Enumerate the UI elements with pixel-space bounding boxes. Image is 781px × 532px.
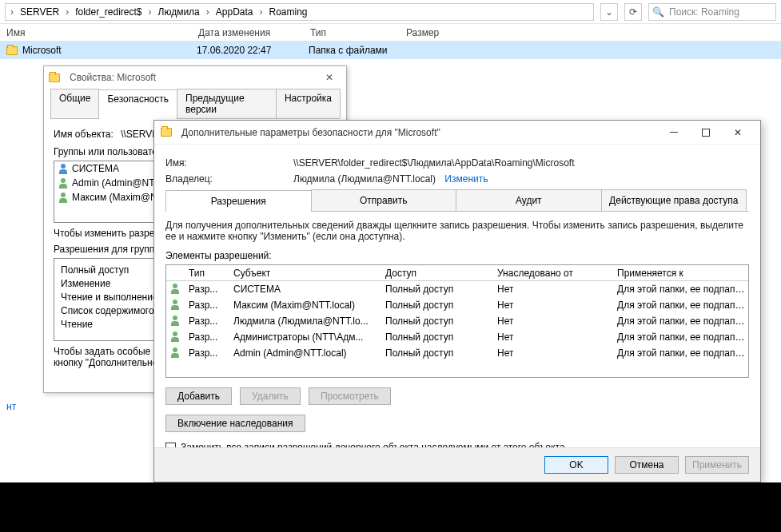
change-owner-link[interactable]: Изменить bbox=[444, 173, 488, 185]
footer-link[interactable]: нт bbox=[6, 401, 16, 412]
cell-subject: Admin (Admin@NTT.local) bbox=[233, 347, 385, 359]
user-icon bbox=[58, 192, 69, 203]
permissions-table[interactable]: Тип Субъект Доступ Унаследовано от Приме… bbox=[165, 264, 749, 378]
search-placeholder: Поиск: Roaming bbox=[669, 6, 739, 18]
item-name: Microsoft bbox=[22, 45, 197, 56]
table-row[interactable]: Разр...Людмила (Людмила@NTT.lo...Полный … bbox=[166, 313, 748, 329]
column-headers[interactable]: Имя Дата изменения Тип Размер bbox=[0, 24, 781, 42]
folder-icon bbox=[6, 46, 18, 55]
cell-access: Полный доступ bbox=[385, 316, 497, 327]
titlebar[interactable]: Дополнительные параметры безопасности дл… bbox=[154, 121, 760, 145]
tab-general[interactable]: Общие bbox=[50, 89, 99, 118]
titlebar[interactable]: Свойства: Microsoft ✕ bbox=[44, 66, 346, 89]
cell-subject: Людмила (Людмила@NTT.lo... bbox=[233, 316, 385, 327]
apply-button[interactable]: Применить bbox=[685, 456, 749, 474]
user-icon bbox=[169, 299, 181, 310]
window-title: Свойства: Microsoft bbox=[70, 72, 317, 83]
search-input[interactable]: 🔍 Поиск: Roaming bbox=[648, 3, 776, 21]
crumb-server[interactable]: SERVER bbox=[17, 6, 62, 18]
tab-share[interactable]: Отправить bbox=[311, 189, 457, 211]
address-bar: › SERVER › folder_redirect$ › Людмила › … bbox=[0, 0, 781, 24]
table-header[interactable]: Тип Субъект Доступ Унаследовано от Приме… bbox=[166, 265, 748, 281]
close-button[interactable]: ✕ bbox=[722, 123, 754, 142]
close-button[interactable]: ✕ bbox=[317, 72, 341, 83]
folder-icon bbox=[161, 128, 172, 137]
chevron-right-icon: › bbox=[205, 6, 211, 18]
button-bar: OK Отмена Применить bbox=[154, 447, 760, 482]
cell-access: Полный доступ bbox=[385, 300, 497, 311]
col-inherited[interactable]: Унаследовано от bbox=[497, 268, 617, 279]
tab-customize[interactable]: Настройка bbox=[276, 89, 341, 118]
ok-button[interactable]: OK bbox=[544, 456, 608, 474]
tab-effective-access[interactable]: Действующие права доступа bbox=[601, 189, 747, 211]
minimize-button[interactable] bbox=[658, 123, 690, 142]
table-row[interactable]: Разр...СИСТЕМАПолный доступНетДля этой п… bbox=[166, 281, 748, 297]
table-row[interactable]: Разр...Максим (Maxim@NTT.local)Полный до… bbox=[166, 297, 748, 313]
col-applies[interactable]: Применяется к bbox=[617, 268, 745, 279]
col-name[interactable]: Имя bbox=[6, 27, 198, 38]
cancel-button[interactable]: Отмена bbox=[615, 456, 679, 474]
search-icon: 🔍 bbox=[652, 6, 664, 18]
window-title: Дополнительные параметры безопасности дл… bbox=[181, 127, 658, 138]
table-row[interactable]: Разр...Администраторы (NTT\Адм...Полный … bbox=[166, 329, 748, 345]
tab-audit[interactable]: Аудит bbox=[456, 189, 602, 211]
cell-inherited: Нет bbox=[497, 316, 617, 327]
tab-security[interactable]: Безопасность bbox=[98, 89, 177, 119]
item-type: Папка с файлами bbox=[309, 45, 404, 56]
chevron-right-icon: › bbox=[64, 6, 70, 18]
cell-applies: Для этой папки, ее подпапок ... bbox=[617, 347, 745, 359]
file-list[interactable]: Microsoft 17.06.2020 22:47 Папка с файла… bbox=[0, 42, 781, 59]
cell-type: Разр... bbox=[189, 300, 233, 311]
view-button[interactable]: Просмотреть bbox=[309, 387, 391, 405]
user-icon bbox=[169, 315, 181, 326]
cell-type: Разр... bbox=[189, 347, 233, 359]
col-subject[interactable]: Субъект bbox=[233, 268, 385, 279]
minimize-icon bbox=[670, 132, 678, 133]
crumb-user[interactable]: Людмила bbox=[155, 6, 203, 18]
col-size[interactable]: Размер bbox=[406, 27, 470, 38]
cell-subject: Администраторы (NTT\Адм... bbox=[233, 332, 385, 343]
breadcrumb[interactable]: › SERVER › folder_redirect$ › Людмила › … bbox=[5, 3, 594, 21]
table-row[interactable]: Разр...Admin (Admin@NTT.local)Полный дос… bbox=[166, 345, 748, 361]
cell-applies: Для этой папки, ее подпапок ... bbox=[617, 300, 745, 311]
tab-permissions[interactable]: Разрешения bbox=[165, 190, 312, 212]
close-icon: ✕ bbox=[734, 127, 742, 138]
cell-inherited: Нет bbox=[497, 300, 617, 311]
group-icon bbox=[58, 163, 69, 174]
tab-bar: Общие Безопасность Предыдущие версии Нас… bbox=[50, 89, 340, 119]
cell-type: Разр... bbox=[189, 284, 233, 295]
item-date: 17.06.2020 22:47 bbox=[197, 45, 309, 56]
user-icon bbox=[58, 177, 69, 189]
cell-inherited: Нет bbox=[497, 347, 617, 359]
col-type[interactable]: Тип bbox=[189, 268, 233, 279]
crumb-roaming[interactable]: Roaming bbox=[265, 6, 310, 18]
refresh-button[interactable]: ⟳ bbox=[624, 3, 642, 21]
maximize-button[interactable] bbox=[690, 123, 722, 142]
add-button[interactable]: Добавить bbox=[165, 387, 232, 405]
object-name-label: Имя объекта: bbox=[54, 129, 114, 140]
user-icon bbox=[169, 331, 181, 342]
tab-previous-versions[interactable]: Предыдущие версии bbox=[177, 89, 277, 118]
folder-icon bbox=[49, 73, 60, 82]
name-value: \\SERVER\folder_redirect$\Людмила\AppDat… bbox=[293, 157, 575, 169]
crumb-folder[interactable]: folder_redirect$ bbox=[72, 6, 145, 18]
col-type[interactable]: Тип bbox=[310, 27, 406, 38]
cell-access: Полный доступ bbox=[385, 332, 497, 343]
chevron-right-icon: › bbox=[147, 6, 153, 18]
cell-type: Разр... bbox=[189, 316, 233, 327]
crumb-appdata[interactable]: AppData bbox=[213, 6, 257, 18]
owner-value: Людмила (Людмила@NTT.local) bbox=[293, 173, 436, 185]
info-text: Для получения дополнительных сведений дв… bbox=[165, 220, 749, 242]
tab-bar: Разрешения Отправить Аудит Действующие п… bbox=[165, 189, 749, 212]
cell-inherited: Нет bbox=[497, 284, 617, 295]
col-date[interactable]: Дата изменения bbox=[198, 27, 310, 38]
enable-inheritance-button[interactable]: Включение наследования bbox=[165, 415, 305, 432]
user-icon bbox=[169, 283, 181, 294]
col-access[interactable]: Доступ bbox=[385, 268, 497, 279]
delete-button[interactable]: Удалить bbox=[240, 387, 301, 405]
list-item[interactable]: Microsoft 17.06.2020 22:47 Папка с файла… bbox=[0, 42, 781, 59]
user-icon bbox=[169, 347, 181, 358]
history-dropdown-button[interactable]: ⌄ bbox=[600, 3, 618, 21]
cell-applies: Для этой папки, ее подпапок ... bbox=[617, 284, 745, 295]
maximize-icon bbox=[702, 129, 710, 137]
